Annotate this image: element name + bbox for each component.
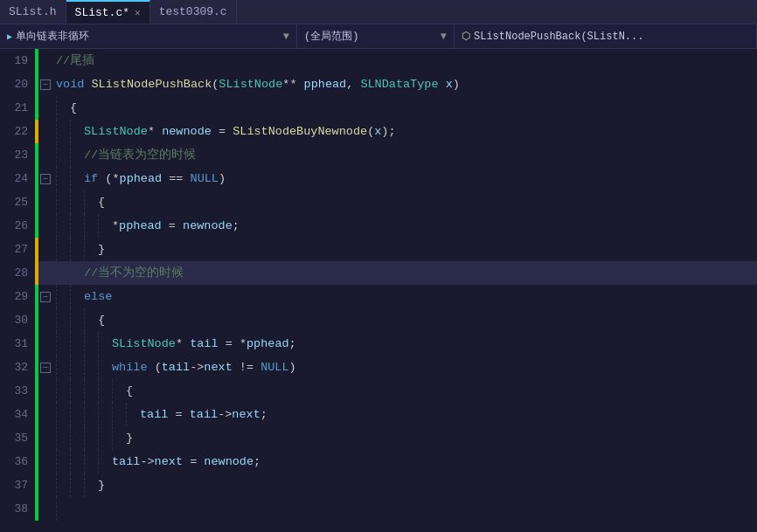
line-number: 31 — [0, 332, 35, 356]
tab-close-icon[interactable]: ✕ — [135, 7, 141, 18]
indent-guide — [70, 450, 84, 473]
code-content: else — [52, 285, 757, 308]
token-white — [162, 214, 169, 238]
line-number: 30 — [0, 308, 35, 332]
indent-guide — [112, 379, 126, 403]
indent-guide — [56, 120, 70, 143]
tab-slist-h[interactable]: SList.h — [0, 0, 66, 24]
line-number: 38 — [0, 497, 35, 521]
token-punct: { — [70, 96, 77, 120]
token-var: tail — [140, 403, 168, 426]
indent-guide — [84, 426, 98, 450]
tab-test0309-c[interactable]: test0309.c — [150, 0, 237, 24]
code-content — [52, 497, 757, 521]
token-type: SLNDataType — [360, 73, 438, 96]
token-var: pphead — [247, 332, 289, 356]
line-number: 21 — [0, 96, 35, 120]
line-number: 29 — [0, 285, 35, 308]
code-line-20: 20−void SListNodePushBack(SListNode** pp… — [0, 73, 757, 96]
token-white — [155, 120, 162, 143]
global-dropdown[interactable]: (全局范围) ▼ — [297, 24, 455, 48]
code-content: } — [52, 426, 757, 450]
code-content: //当不为空的时候 — [52, 261, 757, 285]
fold-toggle — [38, 49, 52, 73]
func-dropdown[interactable]: ⬡ SListNodePushBack(SListN... — [455, 24, 757, 48]
indent-guide — [98, 332, 112, 356]
scope-arrow-icon: ▼ — [283, 31, 289, 43]
fold-toggle — [38, 238, 52, 261]
fold-toggle[interactable]: − — [38, 356, 52, 379]
code-line-29: 29− else — [0, 285, 757, 308]
token-punct: } — [126, 426, 133, 450]
token-punct: ( — [105, 167, 112, 190]
token-func: SListNodePushBack — [92, 73, 212, 96]
indent-guide — [56, 497, 70, 521]
token-white — [183, 332, 190, 356]
token-keyword: NULL — [260, 356, 288, 379]
line-number: 24 — [0, 167, 35, 190]
line-number: 23 — [0, 143, 35, 167]
code-line-28: 28 //当不为空的时候 — [0, 261, 757, 285]
code-content: SListNode* newnode = SListNodeBuyNewnode… — [52, 120, 757, 143]
token-punct: } — [98, 473, 105, 497]
line-number: 33 — [0, 379, 35, 403]
token-white — [197, 450, 204, 473]
token-type: SListNode — [219, 73, 282, 96]
token-op: * — [148, 120, 155, 143]
token-var: tail — [162, 356, 190, 379]
tab-slist-c[interactable]: SList.c* ✕ — [66, 0, 150, 24]
token-white — [233, 332, 240, 356]
indent-guide — [70, 473, 84, 497]
token-punct: , — [346, 73, 360, 96]
scope-dropdown[interactable]: ▶ 单向链表非循环 ▼ — [0, 24, 297, 48]
token-punct: { — [126, 379, 133, 403]
line-number: 20 — [0, 73, 35, 96]
indent-guide — [70, 356, 84, 379]
fold-toggle — [38, 497, 52, 521]
token-arrow: -> — [190, 356, 204, 379]
global-label: (全局范围) — [304, 29, 358, 44]
indent-guide — [56, 332, 70, 356]
token-keyword: NULL — [191, 167, 219, 190]
fold-toggle[interactable]: − — [38, 285, 52, 308]
indent-guide — [56, 308, 70, 332]
fold-toggle — [38, 379, 52, 403]
code-lines: 19//尾插20−void SListNodePushBack(SListNod… — [0, 49, 757, 521]
token-op: = — [169, 214, 176, 238]
indent-guide — [56, 190, 70, 214]
fold-toggle — [38, 308, 52, 332]
token-punct: ) — [289, 356, 296, 379]
indent-guide — [56, 96, 70, 120]
fold-toggle — [38, 190, 52, 214]
indent-guide — [84, 238, 98, 261]
code-line-35: 35 } — [0, 426, 757, 450]
indent-guide — [70, 261, 84, 285]
token-op: = — [219, 120, 226, 143]
code-line-36: 36 tail->next = newnode; — [0, 450, 757, 473]
line-number: 19 — [0, 49, 35, 73]
token-op: * — [176, 332, 183, 356]
tab-bar: SList.h SList.c* ✕ test0309.c — [0, 0, 757, 24]
code-line-32: 32− while (tail->next != NULL) — [0, 356, 757, 379]
tab-label: SList.c* — [75, 6, 129, 19]
token-var: pphead — [119, 214, 162, 238]
token-var: newnode — [204, 450, 253, 473]
code-line-26: 26 *pphead = newnode; — [0, 214, 757, 238]
fold-toggle[interactable]: − — [38, 73, 52, 96]
editor-container: SList.h SList.c* ✕ test0309.c ▶ 单向链表非循环 … — [0, 0, 757, 532]
fold-toggle — [38, 403, 52, 426]
token-op: != — [240, 356, 253, 379]
token-op: = — [226, 332, 233, 356]
indent-guide — [84, 308, 98, 332]
tab-label: test0309.c — [159, 5, 227, 18]
fold-toggle[interactable]: − — [38, 167, 52, 190]
code-content: //当链表为空的时候 — [52, 143, 757, 167]
indent-guide — [70, 190, 84, 214]
func-label: SListNodePushBack(SListN... — [474, 31, 643, 43]
fold-toggle — [38, 214, 52, 238]
code-editor[interactable]: 19//尾插20−void SListNodePushBack(SListNod… — [0, 49, 757, 532]
line-number: 26 — [0, 214, 35, 238]
token-var: tail — [190, 403, 218, 426]
line-number: 36 — [0, 450, 35, 473]
token-white — [219, 332, 226, 356]
